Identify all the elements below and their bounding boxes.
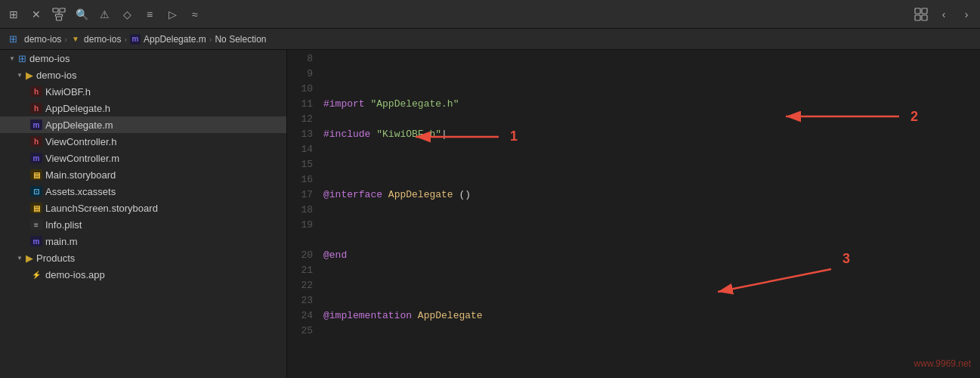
m-icon: m (30, 153, 42, 163)
sidebar-file-label: LaunchScreen.storyboard (45, 203, 158, 214)
code-text[interactable]: #import "AppDelegate.h" #include "KiwiOB… (319, 50, 980, 378)
expand-icon: ▼ (9, 55, 17, 62)
toolbar: ⊞ ✕ 🔍 ⚠ ◇ ≡ ▷ ≈ ‹ › (0, 0, 980, 29)
sidebar-item-viewcontroller-h[interactable]: h ViewController.h (0, 133, 286, 150)
code-line-8 (323, 67, 980, 82)
plist-icon: ≡ (30, 219, 42, 230)
code-line-13 (323, 218, 980, 233)
toolbar-icon-play[interactable]: ▷ (165, 7, 180, 22)
sidebar-products-label: Products (36, 253, 75, 264)
storyboard-icon: ▤ (30, 203, 42, 213)
m-icon: m (30, 236, 42, 246)
sidebar-file-label: Main.storyboard (45, 169, 116, 181)
code-line-17 (323, 339, 980, 354)
breadcrumb-root[interactable]: demo-ios (24, 34, 61, 45)
code-line-11 (323, 157, 980, 172)
toolbar-icon-nav-grid[interactable] (914, 7, 929, 22)
toolbar-icon-grid[interactable]: ⊞ (6, 7, 21, 22)
sidebar-item-appdelegate-m[interactable]: m AppDelegate.m (0, 116, 286, 133)
toolbar-icon-stop[interactable]: ✕ (29, 7, 44, 22)
watermark: www.9969.net (914, 358, 971, 369)
folder-icon: ▶ (26, 70, 33, 81)
sidebar-file-label: demo-ios.app (45, 269, 105, 280)
sidebar-item-folder-products[interactable]: ▼ ▶ Products (0, 249, 286, 266)
code-line-18 (323, 369, 980, 378)
svg-rect-9 (915, 15, 920, 20)
sidebar-file-label: main.m (45, 236, 78, 247)
toolbar-nav-forward[interactable]: › (959, 7, 974, 22)
h-icon: h (30, 103, 42, 113)
sidebar-item-info-plist[interactable]: ≡ Info.plist (0, 216, 286, 233)
toolbar-icon-warning[interactable]: ⚠ (97, 7, 112, 22)
m-icon: m (30, 119, 42, 130)
svg-rect-2 (57, 17, 62, 20)
toolbar-icon-search[interactable]: 🔍 (74, 7, 89, 22)
breadcrumb-selection[interactable]: No Selection (215, 34, 266, 45)
code-line-10: #include "KiwiOBF.h"| (323, 127, 980, 142)
h-icon: h (30, 86, 42, 97)
code-line-9: #import "AppDelegate.h" (323, 97, 980, 112)
code-editor[interactable]: 8 9 10 11 12 13 14 15 16 17 18 19 20 21 … (287, 50, 980, 378)
sidebar-item-main-m[interactable]: m main.m (0, 233, 286, 249)
svg-rect-10 (922, 15, 927, 20)
assets-icon: ⊡ (30, 186, 42, 197)
code-line-12: @interface AppDelegate () (323, 187, 980, 203)
svg-rect-0 (53, 8, 58, 12)
code-line-14: @end (323, 248, 980, 263)
sidebar-root-label: demo-ios (29, 53, 70, 64)
sidebar-item-kiwi-h[interactable]: h KiwiOBF.h (0, 83, 286, 100)
code-line-15 (323, 278, 980, 293)
code-line-16: @implementation AppDelegate (323, 308, 980, 324)
toolbar-nav-back[interactable]: ‹ (936, 7, 951, 22)
svg-rect-1 (60, 8, 65, 12)
sidebar-item-app[interactable]: ⚡ demo-ios.app (0, 266, 286, 283)
sidebar-file-label: AppDelegate.h (45, 103, 110, 114)
breadcrumb-root-icon: ⊞ (8, 34, 18, 45)
sidebar-item-folder-demo-ios[interactable]: ▼ ▶ demo-ios (0, 67, 286, 83)
sidebar-item-appdelegate-h[interactable]: h AppDelegate.h (0, 100, 286, 116)
expand-icon: ▼ (17, 255, 24, 262)
sidebar-item-assets[interactable]: ⊡ Assets.xcassets (0, 183, 286, 200)
breadcrumb-folder[interactable]: demo-ios (84, 34, 121, 45)
toolbar-icon-hierarchy[interactable] (51, 7, 66, 22)
breadcrumb: ⊞ demo-ios › ▼ demo-ios › m AppDelegate.… (0, 29, 980, 50)
sidebar-file-label: ViewController.m (45, 153, 119, 164)
sidebar-item-viewcontroller-m[interactable]: m ViewController.m (0, 150, 286, 166)
storyboard-icon: ▤ (30, 169, 42, 180)
breadcrumb-folder-icon: ▼ (70, 34, 81, 45)
root-icon: ⊞ (18, 53, 26, 64)
sidebar-item-main-storyboard[interactable]: ▤ Main.storyboard (0, 166, 286, 183)
main-area: ▼ ⊞ demo-ios ▼ ▶ demo-ios h KiwiOBF.h h … (0, 50, 980, 378)
sidebar-file-label: AppDelegate.m (45, 119, 113, 131)
toolbar-icon-list[interactable]: ≡ (142, 7, 157, 22)
toolbar-icon-diamond[interactable]: ◇ (119, 7, 134, 22)
sidebar-folder-label: demo-ios (36, 70, 76, 81)
sidebar-item-root[interactable]: ▼ ⊞ demo-ios (0, 50, 286, 67)
folder-icon: ▶ (26, 253, 33, 264)
breadcrumb-file[interactable]: AppDelegate.m (144, 34, 206, 45)
expand-icon: ▼ (17, 72, 24, 79)
line-numbers: 8 9 10 11 12 13 14 15 16 17 18 19 20 21 … (287, 50, 319, 378)
h-icon: h (30, 136, 42, 147)
sidebar-file-label: ViewController.h (45, 136, 116, 147)
app-icon: ⚡ (30, 269, 42, 280)
code-content: 8 9 10 11 12 13 14 15 16 17 18 19 20 21 … (287, 50, 980, 378)
toolbar-icon-approx[interactable]: ≈ (187, 7, 202, 22)
sidebar-file-label: Assets.xcassets (45, 186, 116, 197)
file-navigator: ▼ ⊞ demo-ios ▼ ▶ demo-ios h KiwiOBF.h h … (0, 50, 287, 378)
sidebar-item-launch-storyboard[interactable]: ▤ LaunchScreen.storyboard (0, 200, 286, 216)
sidebar-file-label: KiwiOBF.h (45, 86, 91, 98)
svg-rect-7 (915, 8, 920, 14)
svg-rect-8 (922, 8, 927, 14)
breadcrumb-file-icon: m (130, 34, 141, 45)
sidebar-file-label: Info.plist (45, 219, 82, 231)
